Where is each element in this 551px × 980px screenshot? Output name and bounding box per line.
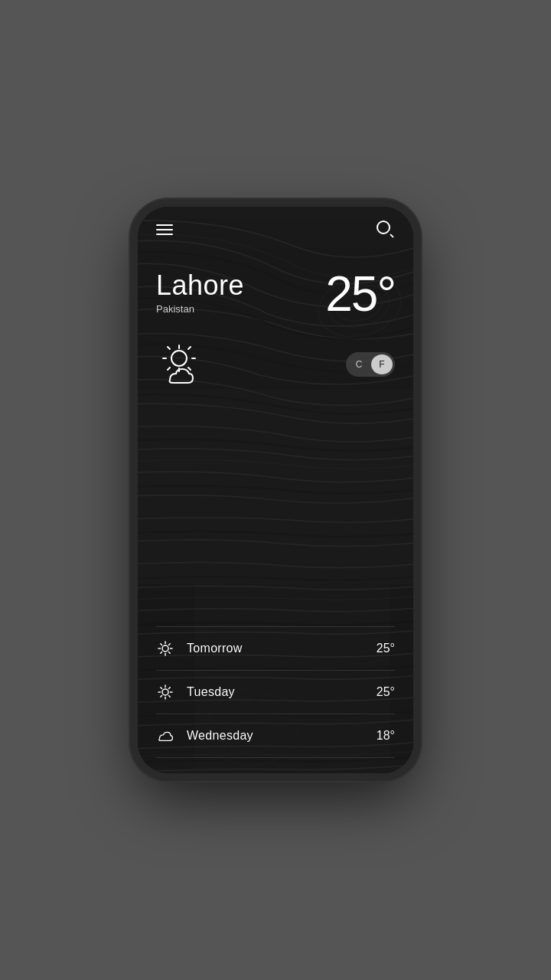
city-info: Lahore Pakistan	[156, 270, 244, 315]
weather-icon-row: C F	[138, 326, 413, 387]
celsius-button[interactable]: C	[348, 354, 370, 374]
forecast-day-tuesday: Tuesday	[187, 685, 364, 699]
city-name: Lahore	[156, 270, 244, 302]
svg-line-18	[161, 644, 162, 645]
search-button[interactable]	[377, 220, 395, 239]
svg-point-13	[162, 645, 168, 652]
svg-line-30	[161, 696, 162, 697]
forecast-day-wednesday: Wednesday	[187, 729, 364, 743]
forecast-section: Tomorrow 25°	[138, 626, 413, 773]
svg-line-11	[188, 347, 191, 349]
forecast-temp-tomorrow: 25°	[377, 642, 395, 655]
svg-line-27	[161, 688, 162, 689]
country-name: Pakistan	[156, 303, 244, 315]
forecast-icon-tuesday	[156, 683, 174, 701]
fahrenheit-button[interactable]: F	[371, 354, 393, 374]
svg-line-10	[188, 368, 191, 370]
city-section: Lahore Pakistan 25°	[138, 247, 413, 326]
forecast-icon-tomorrow	[156, 639, 174, 658]
svg-line-12	[168, 368, 170, 370]
svg-line-28	[169, 696, 171, 697]
svg-line-9	[168, 347, 170, 349]
forecast-temp-tuesday: 25°	[377, 685, 395, 699]
svg-line-20	[169, 644, 171, 645]
forecast-row-tuesday: Tuesday 25°	[150, 671, 401, 714]
divider-3	[156, 757, 395, 758]
menu-button[interactable]	[156, 224, 173, 235]
partly-cloudy-icon	[156, 341, 225, 387]
svg-point-4	[171, 351, 187, 366]
forecast-day-tomorrow: Tomorrow	[187, 642, 364, 655]
app-content: Lahore Pakistan 25°	[138, 207, 413, 773]
temperature: 25°	[325, 270, 395, 318]
unit-toggle[interactable]: C F	[346, 352, 395, 377]
forecast-icon-wednesday	[156, 727, 174, 745]
top-bar	[138, 207, 413, 247]
svg-point-22	[162, 689, 168, 695]
phone-frame: Lahore Pakistan 25°	[138, 207, 413, 773]
forecast-row-tomorrow: Tomorrow 25°	[150, 627, 401, 670]
forecast-temp-wednesday: 18°	[377, 729, 395, 743]
svg-line-21	[161, 652, 162, 654]
svg-line-29	[169, 688, 171, 689]
forecast-row-wednesday: Wednesday 18°	[150, 714, 401, 757]
svg-line-19	[169, 652, 171, 654]
